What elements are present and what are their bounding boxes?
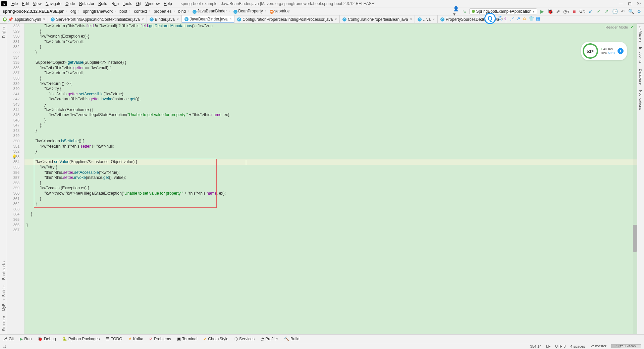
- moon-icon[interactable]: ☾: [504, 16, 508, 21]
- wand-icon[interactable]: ↗: [517, 16, 520, 21]
- tab-truncated[interactable]: C ...va ×: [415, 15, 438, 23]
- crumb-inner[interactable]: CBeanProperty: [233, 9, 263, 14]
- menu-refactor[interactable]: Refactor: [77, 1, 96, 6]
- tab-serverportinfo[interactable]: C ServerPortInfoApplicationContextInitia…: [48, 15, 147, 23]
- tab-close-icon[interactable]: ×: [43, 17, 45, 21]
- code-with-me-icon[interactable]: 👤▾: [453, 8, 459, 14]
- coverage-icon[interactable]: ⬈: [555, 8, 561, 14]
- menu-window[interactable]: Window: [143, 1, 162, 6]
- tab-close-icon[interactable]: ×: [335, 17, 337, 21]
- menu-view[interactable]: View: [31, 1, 44, 6]
- debug-icon[interactable]: 🐞: [547, 8, 553, 14]
- profile-icon[interactable]: ◔▾: [563, 8, 569, 14]
- class-file-icon: C: [237, 17, 241, 21]
- lang-icon[interactable]: 英: [498, 15, 502, 21]
- class-file-icon: C: [184, 17, 189, 21]
- settings-icon[interactable]: ⚙: [636, 8, 642, 14]
- crumb-springframework[interactable]: springframework: [82, 9, 113, 14]
- crumb-class[interactable]: CJavaBeanBinder: [192, 9, 227, 14]
- menu-build[interactable]: Build: [96, 1, 109, 6]
- git-update-icon[interactable]: ↙: [588, 8, 594, 14]
- navigation-toolbar: spring-boot-2.3.12.RELEASE.jar〉 org〉 spr…: [0, 7, 644, 15]
- crumb-boot[interactable]: boot: [119, 9, 128, 14]
- app-logo: IJ: [1, 1, 7, 6]
- maximize-button[interactable]: ◻: [628, 1, 632, 6]
- build-icon[interactable]: ↘: [461, 8, 467, 14]
- search-icon[interactable]: 🔍: [628, 8, 634, 14]
- menu-git[interactable]: Git: [134, 1, 143, 6]
- menu-tools[interactable]: Tools: [121, 1, 134, 6]
- crumb-properties[interactable]: properties: [153, 9, 172, 14]
- tab-javabeanbinder[interactable]: C JavaBeanBinder.java ×: [182, 15, 235, 23]
- git-rollback-icon[interactable]: ↶: [620, 8, 626, 14]
- run-icon[interactable]: ▶: [539, 8, 545, 14]
- menu-edit[interactable]: Edit: [20, 1, 31, 6]
- tab-close-icon[interactable]: ×: [410, 17, 412, 21]
- crumb-context[interactable]: context: [133, 9, 148, 14]
- tab-configpropsbean[interactable]: C ConfigurationPropertiesBean.java ×: [340, 15, 415, 23]
- class-file-icon: C: [150, 17, 154, 21]
- git-history-icon[interactable]: 🕑: [612, 8, 618, 14]
- class-file-icon: C: [342, 17, 346, 21]
- git-commit-icon[interactable]: ✓: [596, 8, 602, 14]
- minimize-button[interactable]: —: [619, 1, 623, 6]
- tab-close-icon[interactable]: ×: [230, 17, 232, 21]
- tab-close-icon[interactable]: ×: [433, 17, 435, 21]
- class-file-icon: C: [51, 17, 55, 21]
- window-title: spring-boot-example - JavaBeanBinder.jav…: [181, 1, 375, 6]
- git-push-icon[interactable]: ↗: [604, 8, 610, 14]
- class-file-icon: C: [418, 17, 422, 21]
- spring-icon: ⬢: [472, 9, 475, 14]
- breadcrumb: spring-boot-2.3.12.RELEASE.jar〉 org〉 spr…: [2, 9, 453, 14]
- dots-icon[interactable]: ⋰: [510, 16, 515, 21]
- spring-file-icon: ⬢: [3, 17, 7, 21]
- editor-tabs: ⬢ 📌 application.yml × C ServerPortInfoAp…: [0, 15, 644, 23]
- tab-application-yml[interactable]: ⬢ 📌 application.yml ×: [0, 15, 48, 23]
- floating-toolbar: Q 英 ☾ ⋰ ↗ ☺ 👕 ▦: [484, 13, 540, 23]
- crumb-method[interactable]: msetValue: [269, 9, 290, 14]
- tab-binder[interactable]: C Binder.java ×: [147, 15, 182, 23]
- class-file-icon: C: [440, 17, 444, 21]
- menu-help[interactable]: Help: [162, 1, 174, 6]
- menu-run[interactable]: Run: [109, 1, 121, 6]
- crumb-org[interactable]: org: [70, 9, 77, 14]
- tab-configpropsbindingpp[interactable]: C ConfigurationPropertiesBindingPostProc…: [234, 15, 340, 23]
- menu-code[interactable]: Code: [63, 1, 77, 6]
- tab-close-icon[interactable]: ×: [142, 17, 144, 21]
- shirt-icon[interactable]: 👕: [529, 16, 534, 21]
- stop-icon[interactable]: ■: [571, 8, 577, 14]
- crumb-bind[interactable]: bind: [178, 9, 187, 14]
- menubar: IJ File Edit View Navigate Code Refactor…: [0, 0, 644, 7]
- menu-file[interactable]: File: [9, 1, 20, 6]
- menu-navigate[interactable]: Navigate: [44, 1, 63, 6]
- smile-icon[interactable]: ☺: [522, 16, 527, 21]
- crumb-jar[interactable]: spring-boot-2.3.12.RELEASE.jar: [2, 9, 64, 14]
- git-label: Git:: [579, 9, 586, 14]
- tab-close-icon[interactable]: ×: [177, 17, 179, 21]
- grid-icon[interactable]: ▦: [536, 16, 540, 21]
- assistant-ring-icon[interactable]: Q: [484, 13, 496, 23]
